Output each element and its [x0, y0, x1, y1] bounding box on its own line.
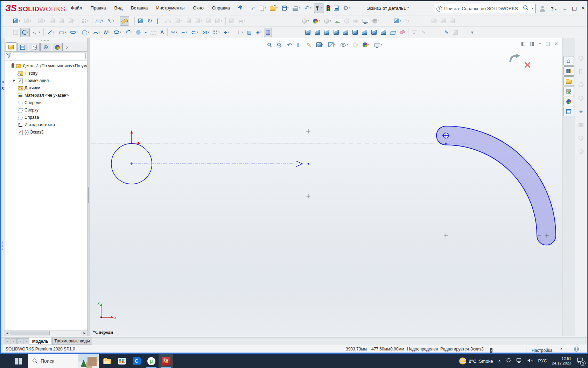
- pane-split-left-button[interactable]: ◧: [519, 40, 527, 47]
- dropdown-icon[interactable]: ▾: [299, 7, 300, 9]
- previous-view-button[interactable]: ↶: [285, 40, 294, 50]
- hide-show-items-button[interactable]: ▾: [338, 40, 350, 50]
- no-solve-move-tool[interactable]: [451, 28, 460, 37]
- simulation-tool[interactable]: ▾: [392, 16, 403, 26]
- repair-sketch-tool[interactable]: ▨: [245, 28, 253, 37]
- doc-close-button[interactable]: ×: [553, 40, 560, 47]
- dropdown-icon[interactable]: ▾: [308, 20, 309, 22]
- dropdown-icon[interactable]: ▾: [181, 20, 182, 22]
- scroll-right-icon[interactable]: ▶: [82, 330, 87, 336]
- dropdown-icon[interactable]: ▾: [30, 20, 31, 22]
- home-button[interactable]: ⌂: [250, 4, 257, 13]
- section-view-tool[interactable]: [388, 28, 397, 37]
- tree-root-part[interactable]: Деталь1 (По умолчанию<<По умолча: [5, 62, 87, 69]
- revolved-surface-tool[interactable]: ↻: [146, 16, 154, 26]
- camera-view-tool[interactable]: [576, 120, 586, 129]
- dimxpert-manager-tab[interactable]: ⊕: [40, 43, 51, 51]
- help-menu-button[interactable]: ?▾: [551, 6, 556, 12]
- window-maximize-button[interactable]: ▢: [570, 4, 579, 13]
- document-tab-2[interactable]: Трехмерные виды: [52, 338, 92, 345]
- taskpane-appearances-tab[interactable]: [564, 97, 574, 106]
- taskbar-clock[interactable]: 12:51 24.12.2023: [552, 356, 571, 366]
- view-left-tool[interactable]: [322, 28, 331, 37]
- extruded-cut-tool[interactable]: ▾: [66, 16, 77, 26]
- reference-geometry-tool[interactable]: ▾: [94, 16, 105, 26]
- menu-Окно[interactable]: Окно: [189, 1, 208, 15]
- taskbar-file-explorer[interactable]: [100, 354, 114, 368]
- dropdown-icon[interactable]: ▾: [241, 31, 243, 34]
- language-indicator[interactable]: РУС: [538, 359, 547, 363]
- tab-scroll-0[interactable]: «: [5, 338, 10, 344]
- dropdown-icon[interactable]: ▾: [378, 20, 379, 22]
- options-list-button[interactable]: [332, 4, 341, 13]
- apply-scene-tool[interactable]: ▾: [322, 16, 333, 26]
- user-account-icon[interactable]: [539, 5, 546, 13]
- dropdown-icon[interactable]: ▾: [208, 31, 209, 34]
- sketch-fillet-tool[interactable]: ▾: [124, 28, 134, 37]
- annotation-visibility-button[interactable]: ✎: [304, 40, 313, 50]
- tree-item-plane[interactable]: Справа: [5, 114, 87, 121]
- view-isometric-tool[interactable]: [360, 28, 369, 37]
- costing-tool[interactable]: [448, 16, 456, 26]
- scene-ball-tool[interactable]: [576, 134, 586, 143]
- sketch-picture-tool[interactable]: [410, 28, 419, 37]
- render-tool[interactable]: ▾: [371, 16, 381, 26]
- linear-sketch-pattern-tool[interactable]: ▾: [211, 28, 222, 37]
- view-front-tool[interactable]: [303, 28, 312, 37]
- dropdown-icon[interactable]: ▾: [102, 20, 103, 22]
- decals-tool[interactable]: [333, 16, 342, 26]
- dropdown-icon[interactable]: ▾: [27, 31, 28, 34]
- text-tool[interactable]: A: [159, 28, 166, 37]
- dropdown-icon[interactable]: ▾: [221, 20, 222, 22]
- dropdown-icon[interactable]: ▾: [65, 31, 66, 34]
- view-back-tool[interactable]: [313, 28, 322, 37]
- mirror-entities-tool[interactable]: ⋈▾: [201, 28, 211, 37]
- instant3d-tool[interactable]: [120, 16, 129, 26]
- view-dimetric-tool[interactable]: [379, 28, 388, 37]
- corner-rectangle-tool[interactable]: ▭▾: [57, 28, 68, 37]
- toolbar-drag-handle[interactable]: [4, 28, 11, 37]
- move-entities-tool[interactable]: +▾: [222, 28, 231, 37]
- doc-restore-button[interactable]: ▢: [544, 40, 552, 47]
- taskbar-app-c[interactable]: C: [129, 354, 144, 368]
- camera-tool[interactable]: [352, 16, 360, 26]
- dropdown-icon[interactable]: ▾: [99, 31, 100, 34]
- tray-expand-icon[interactable]: ∧: [498, 359, 501, 363]
- section-view-button[interactable]: [295, 40, 303, 50]
- view-orientation-button[interactable]: ▾: [314, 40, 326, 50]
- tree-item-history[interactable]: History: [5, 69, 87, 77]
- dropdown-icon[interactable]: ▾: [186, 31, 187, 34]
- appearance-ball-tool[interactable]: [576, 80, 586, 89]
- scroll-left-icon[interactable]: ◀: [5, 330, 10, 336]
- lights-tool[interactable]: [343, 16, 351, 26]
- window-close-button[interactable]: ×: [579, 4, 587, 13]
- tree-item-sketch[interactable]: (-) Эскиз3: [5, 128, 87, 136]
- select-tool-button[interactable]: ▾: [314, 4, 324, 13]
- taskbar-solidworks-2020[interactable]: SW2020: [159, 354, 173, 368]
- tree-item-material[interactable]: Материал <не указан>: [5, 91, 87, 99]
- menu-Правка[interactable]: Правка: [86, 1, 110, 15]
- plane-tool[interactable]: [149, 28, 158, 37]
- dropdown-icon[interactable]: ▾: [334, 43, 336, 46]
- tree-item-annotations[interactable]: ▶Примечания: [5, 77, 87, 84]
- curves-tool[interactable]: ∿▾: [105, 16, 116, 26]
- straight-slot-tool[interactable]: ▾: [69, 28, 79, 37]
- edit-appearance-button[interactable]: [351, 40, 360, 50]
- undo-button[interactable]: ↶▾: [303, 4, 313, 13]
- analysis-wizard-tool[interactable]: [439, 16, 447, 26]
- dropdown-icon[interactable]: ▾: [322, 43, 324, 46]
- dropdown-icon[interactable]: ▾: [381, 43, 382, 46]
- network-tray-icon[interactable]: [516, 358, 522, 364]
- toolbar-options-button[interactable]: ▾: [469, 28, 475, 37]
- document-tab-1[interactable]: Модель: [29, 338, 51, 345]
- dropdown-icon[interactable]: ▾: [347, 43, 348, 46]
- display-state-tool[interactable]: ▾: [300, 16, 311, 26]
- dropdown-icon[interactable]: ▾: [88, 31, 89, 34]
- tab-scroll-1[interactable]: ‹: [11, 338, 17, 344]
- expand-icon[interactable]: ▶: [12, 79, 16, 82]
- dropdown-icon[interactable]: ▾: [44, 20, 46, 22]
- panel-drag-handle[interactable]: [5, 38, 87, 42]
- panel-splitter[interactable]: [88, 38, 90, 336]
- boundary-boss-tool[interactable]: [57, 16, 65, 26]
- taskpane-view-palette-tab[interactable]: [564, 87, 574, 96]
